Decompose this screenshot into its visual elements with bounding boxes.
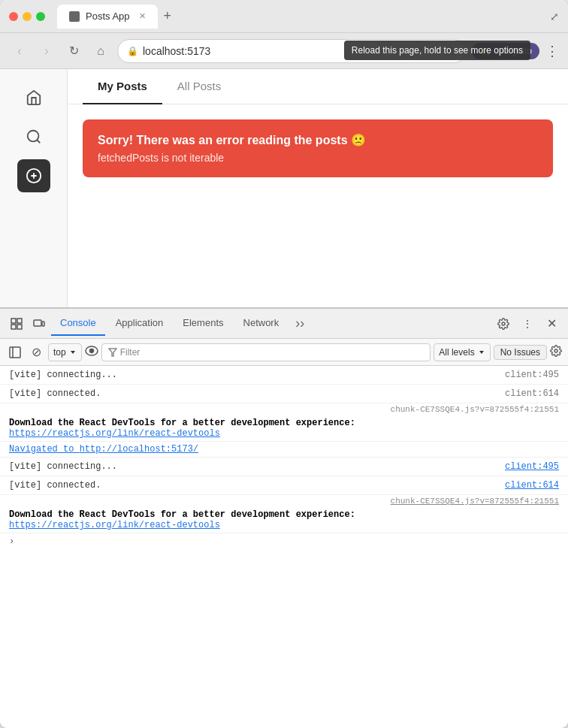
bookmark-button[interactable]: ☆ — [446, 44, 456, 58]
console-toolbar: ⊘ top Filter All levels — [0, 339, 568, 366]
navigated-url[interactable]: http://localhost:5173/ — [80, 444, 198, 455]
no-issues-badge: No Issues — [494, 345, 547, 360]
error-detail: fetchedPosts is not iterable — [98, 152, 538, 164]
new-tab-button[interactable]: + — [158, 8, 178, 24]
devtools-settings-icon[interactable] — [493, 313, 514, 334]
tab-close-button[interactable]: ✕ — [139, 11, 146, 21]
top-label: top — [53, 347, 66, 358]
devtools-toolbar: Console Application Elements Network ›› — [0, 309, 568, 339]
sidebar-search-icon[interactable] — [17, 120, 50, 153]
error-banner: Sorry! There was an error reading the po… — [83, 119, 553, 177]
console-text: [vite] connecting... — [9, 460, 117, 473]
chunk-line: chunk-CE7SSQE4.js?v=872555f4:21551 — [0, 403, 568, 415]
eye-icon[interactable] — [85, 346, 98, 358]
svg-rect-8 — [17, 325, 22, 329]
incognito-label: Incognito — [495, 46, 532, 56]
url-text: localhost:5173 — [143, 45, 441, 57]
title-bar: Posts App ✕ + ⤢ — [0, 0, 568, 33]
react-devtools-link-2[interactable]: https://reactjs.org/link/react-devtools — [9, 520, 220, 530]
traffic-lights — [9, 12, 45, 21]
main-content: My Posts All Posts Reload this page, hol… — [68, 69, 568, 307]
svg-point-17 — [554, 349, 557, 352]
log-levels-dropdown[interactable]: All levels — [434, 343, 490, 361]
filter-placeholder: Filter — [120, 347, 140, 358]
console-sidebar-toggle[interactable] — [6, 343, 24, 361]
devtools-inspect-icon[interactable] — [6, 313, 27, 334]
incognito-badge: 🕵 Incognito — [472, 43, 539, 59]
dt-tab-console[interactable]: Console — [51, 312, 105, 336]
nav-line: Navigated to http://localhost:5173/ — [0, 442, 568, 458]
console-source[interactable]: client:495 — [505, 368, 559, 382]
console-text: [vite] connected. — [9, 479, 101, 492]
active-tab[interactable]: Posts App ✕ — [57, 5, 158, 29]
sidebar-add-icon[interactable] — [17, 159, 50, 192]
console-line: [vite] connected. client:614 — [0, 385, 568, 403]
home-button[interactable]: ⌂ — [90, 41, 111, 62]
console-source-link[interactable]: client:495 — [505, 460, 559, 473]
console-source-link[interactable]: client:614 — [505, 479, 559, 492]
page-tabs: My Posts All Posts — [68, 69, 568, 104]
console-block: Download the React DevTools for a better… — [0, 415, 568, 442]
dt-tab-network[interactable]: Network — [234, 312, 289, 336]
svg-rect-5 — [11, 319, 16, 323]
devtools-panel: Console Application Elements Network ›› — [0, 307, 568, 728]
svg-point-15 — [89, 349, 93, 353]
filter-input[interactable]: Filter — [101, 343, 431, 361]
sidebar-home-icon[interactable] — [17, 81, 50, 114]
react-devtools-link[interactable]: https://reactjs.org/link/react-devtools — [9, 428, 220, 439]
devtools-tabs: Console Application Elements Network ›› — [51, 312, 491, 336]
clear-console-icon[interactable]: ⊘ — [27, 343, 45, 361]
app-content: My Posts All Posts Reload this page, hol… — [0, 69, 568, 307]
console-line: [vite] connected. client:614 — [0, 476, 568, 495]
forward-button[interactable]: › — [36, 41, 57, 62]
chunk-line-2: chunk-CE7SSQE4.js?v=872555f4:21551 — [0, 495, 568, 507]
svg-marker-16 — [109, 349, 116, 356]
maximize-button[interactable] — [36, 12, 45, 21]
svg-rect-10 — [42, 322, 44, 326]
tab-my-posts[interactable]: My Posts — [83, 69, 162, 104]
minimize-button[interactable] — [23, 12, 32, 21]
tab-bar: Posts App ✕ + — [57, 5, 544, 29]
console-source[interactable]: client:614 — [505, 387, 559, 400]
incognito-icon: 🕵 — [479, 46, 491, 56]
svg-rect-12 — [10, 347, 20, 358]
devtools-device-icon[interactable] — [29, 313, 50, 334]
context-dropdown[interactable]: top — [48, 343, 82, 361]
levels-label: All levels — [439, 347, 474, 358]
svg-rect-9 — [34, 320, 41, 326]
tab-favicon — [69, 11, 80, 22]
console-line: [vite] connecting... client:495 — [0, 366, 568, 385]
back-button[interactable]: ‹ — [9, 41, 30, 62]
console-settings-icon[interactable] — [550, 345, 562, 360]
console-line: [vite] connecting... client:495 — [0, 458, 568, 476]
devtools-right-icons: ⋮ ✕ — [493, 313, 562, 334]
svg-point-0 — [27, 131, 38, 142]
sidebar — [0, 69, 68, 307]
dt-tab-application[interactable]: Application — [107, 312, 173, 336]
devtools-more-tabs[interactable]: ›› — [289, 316, 310, 331]
tab-title: Posts App — [86, 11, 130, 22]
lock-icon: 🔒 — [127, 46, 138, 56]
expand-button[interactable]: ⤢ — [550, 11, 559, 23]
browser-menu-button[interactable]: ⋮ — [545, 43, 559, 59]
svg-rect-7 — [11, 325, 16, 329]
url-bar[interactable]: 🔒 localhost:5173 ☆ — [117, 39, 466, 63]
address-bar: ‹ › ↻ ⌂ 🔒 localhost:5173 ☆ 🕵 Incognito ⋮ — [0, 33, 568, 69]
error-title: Sorry! There was an error reading the po… — [98, 133, 538, 147]
tab-all-posts[interactable]: All Posts — [162, 69, 236, 104]
chunk-text: chunk-CE7SSQE4.js?v=872555f4:21551 — [391, 405, 559, 414]
console-prompt-chevron[interactable]: › — [0, 533, 568, 550]
console-bold-text-2: Download the React DevTools for a better… — [9, 509, 559, 520]
console-output: [vite] connecting... client:495 [vite] c… — [0, 366, 568, 728]
chunk-link[interactable]: chunk-CE7SSQE4.js?v=872555f4:21551 — [391, 497, 559, 506]
console-bold-text: Download the React DevTools for a better… — [9, 418, 559, 428]
svg-point-11 — [502, 322, 505, 325]
devtools-close-button[interactable]: ✕ — [541, 313, 562, 334]
reload-button[interactable]: ↻ — [63, 41, 84, 62]
devtools-more-options-icon[interactable]: ⋮ — [517, 313, 538, 334]
console-text: [vite] connecting... — [9, 368, 117, 382]
console-text: [vite] connected. — [9, 387, 101, 400]
dt-tab-elements[interactable]: Elements — [174, 312, 232, 336]
close-button[interactable] — [9, 12, 18, 21]
svg-rect-6 — [17, 319, 22, 323]
